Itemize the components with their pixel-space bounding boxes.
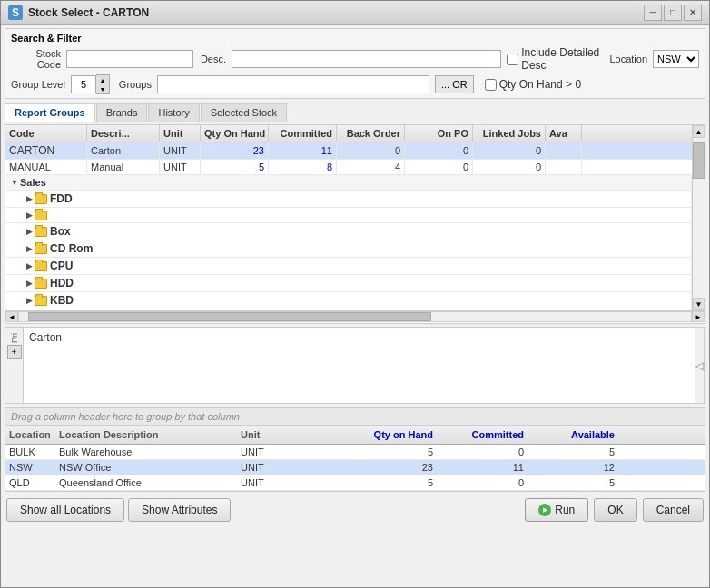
group-level-input[interactable]	[71, 75, 96, 93]
show-attributes-button[interactable]: Show Attributes	[128, 498, 231, 522]
tab-history[interactable]: History	[148, 103, 199, 122]
cell-tree-fdd: ▶ FDD	[5, 191, 692, 207]
loc-header-available: Available	[528, 427, 618, 442]
qty-on-hand-checkbox[interactable]	[485, 79, 497, 91]
table-row[interactable]: ▶ FDD	[5, 191, 692, 208]
vscroll-up[interactable]: ▲	[693, 125, 705, 138]
cell-tree-empty: ▶	[5, 208, 692, 222]
grid-with-scroll: Code Descri... Unit Qty On Hand Committe…	[5, 125, 705, 310]
folder-icon-cdrom	[35, 244, 47, 254]
tree-toggle-fdd[interactable]: ▶	[24, 193, 35, 204]
cell-code: MANUAL	[5, 160, 87, 174]
group-level-label: Group Level	[11, 79, 65, 90]
spin-down-button[interactable]: ▼	[96, 84, 109, 93]
header-code: Code	[5, 125, 87, 142]
hscroll-thumb[interactable]	[28, 312, 431, 321]
folder-icon-hdd	[35, 279, 47, 289]
tabs: Report Groups Brands History Selected St…	[5, 103, 705, 122]
tree-toggle-sales[interactable]: ▼	[9, 177, 20, 188]
list-item[interactable]: BULK Bulk Warehouse UNIT 5 0 5	[5, 445, 705, 460]
tab-report-groups[interactable]: Report Groups	[5, 103, 95, 122]
loc-cell-unit: UNIT	[237, 475, 346, 490]
folder-icon-kbd	[35, 296, 47, 306]
stock-code-input[interactable]	[66, 50, 193, 68]
tab-selected-stock[interactable]: Selected Stock	[201, 103, 287, 122]
show-all-locations-button[interactable]: Show all Locations	[6, 498, 124, 522]
table-row[interactable]: ▶ Box	[5, 223, 692, 240]
vscroll-thumb[interactable]	[693, 142, 705, 179]
filter-section: Search & Filter Stock Code Desc. Include…	[5, 28, 705, 99]
qty-on-hand-checkbox-label[interactable]: Qty On Hand > 0	[485, 78, 581, 91]
include-detailed-desc-checkbox-label[interactable]: Include Detailed Desc	[507, 46, 600, 72]
table-row[interactable]: ▶ KBD	[5, 292, 692, 309]
cell-onpo: 0	[405, 142, 473, 159]
table-row[interactable]: CARTON Carton UNIT 23 11 0 0 0	[5, 142, 692, 160]
locations-section: Drag a column header here to group by th…	[5, 407, 705, 492]
cell-backorder: 0	[337, 142, 405, 159]
titlebar: S Stock Select - CARTON ─ □ ✕	[1, 1, 709, 24]
groups-input[interactable]	[157, 75, 429, 93]
cancel-button[interactable]: Cancel	[643, 498, 704, 522]
cell-qty: 5	[201, 160, 269, 174]
location-label: Location	[609, 54, 647, 64]
preview-add-button[interactable]: +	[7, 345, 22, 359]
tree-toggle-empty[interactable]: ▶	[24, 210, 35, 220]
tree-toggle-cdrom[interactable]: ▶	[24, 243, 35, 254]
tree-toggle-kbd[interactable]: ▶	[24, 295, 35, 306]
table-row[interactable]: ▶	[5, 208, 692, 223]
hscroll-right[interactable]: ►	[692, 311, 705, 322]
vscroll-down[interactable]: ▼	[693, 298, 705, 310]
preview-sidebar: Pri +	[5, 328, 24, 403]
stock-grid: Code Descri... Unit Qty On Hand Committe…	[5, 124, 705, 324]
grid-inner: Code Descri... Unit Qty On Hand Committe…	[5, 125, 692, 310]
table-row[interactable]: ▶ HDD	[5, 275, 692, 292]
cell-committed: 8	[269, 160, 337, 174]
preview-label: Pri	[10, 333, 19, 343]
cell-code: CARTON	[5, 142, 87, 159]
loc-header-desc: Location Description	[55, 427, 237, 442]
cell-desc: Manual	[87, 160, 160, 174]
table-row[interactable]: ▶ CPU	[5, 258, 692, 275]
tree-toggle-hdd[interactable]: ▶	[24, 278, 35, 289]
spin-buttons: ▲ ▼	[96, 74, 110, 94]
list-item[interactable]: QLD Queensland Office UNIT 5 0 5	[5, 475, 705, 491]
bottom-right-buttons: Run OK Cancel	[525, 498, 704, 522]
cell-tree-box: ▶ Box	[5, 223, 692, 240]
group-level-spinner: ▲ ▼	[71, 74, 110, 94]
filter-title: Search & Filter	[11, 33, 699, 44]
tab-brands[interactable]: Brands	[96, 103, 148, 122]
hscroll-left[interactable]: ◄	[5, 311, 18, 322]
tree-toggle-box[interactable]: ▶	[24, 226, 35, 237]
table-row[interactable]: ▼ Sales	[5, 175, 692, 191]
cell-linked: 0	[473, 160, 546, 174]
grid-vscroll[interactable]: ▲ ▼	[692, 125, 705, 310]
location-select[interactable]: NSW ALL BULK QLD	[653, 50, 699, 68]
run-icon	[538, 504, 551, 516]
filter-row-1: Stock Code Desc. Include Detailed Desc L…	[11, 46, 699, 72]
loc-cell-desc: Bulk Warehouse	[55, 445, 237, 459]
titlebar-controls: ─ □ ✕	[644, 5, 702, 21]
or-button[interactable]: ... OR	[435, 75, 474, 93]
restore-button[interactable]: □	[664, 5, 682, 21]
table-row[interactable]: ▶ CD Rom	[5, 240, 692, 258]
cell-backorder: 4	[337, 160, 405, 174]
spin-up-button[interactable]: ▲	[96, 75, 109, 84]
run-button[interactable]: Run	[525, 498, 588, 522]
table-row[interactable]: MANUAL Manual UNIT 5 8 4 0 0	[5, 160, 692, 175]
folder-icon-cpu	[35, 261, 47, 271]
close-button[interactable]: ✕	[684, 5, 702, 21]
include-detailed-desc-checkbox[interactable]	[507, 54, 518, 65]
tree-toggle-cpu[interactable]: ▶	[24, 260, 35, 271]
cell-tree-kbd: ▶ KBD	[5, 292, 692, 309]
preview-resize-handle[interactable]: ◁	[695, 328, 705, 403]
desc-input[interactable]	[232, 50, 501, 68]
window-title: Stock Select - CARTON	[28, 6, 149, 19]
list-item[interactable]: NSW NSW Office UNIT 23 11 12	[5, 460, 705, 475]
cell-tree-hdd: ▶ HDD	[5, 275, 692, 291]
loc-header-unit: Unit	[237, 427, 346, 442]
ok-button[interactable]: OK	[594, 498, 636, 522]
cell-linked: 0	[473, 142, 546, 159]
minimize-button[interactable]: ─	[644, 5, 662, 21]
cell-qty: 23	[201, 142, 269, 159]
folder-icon-empty	[35, 211, 47, 220]
